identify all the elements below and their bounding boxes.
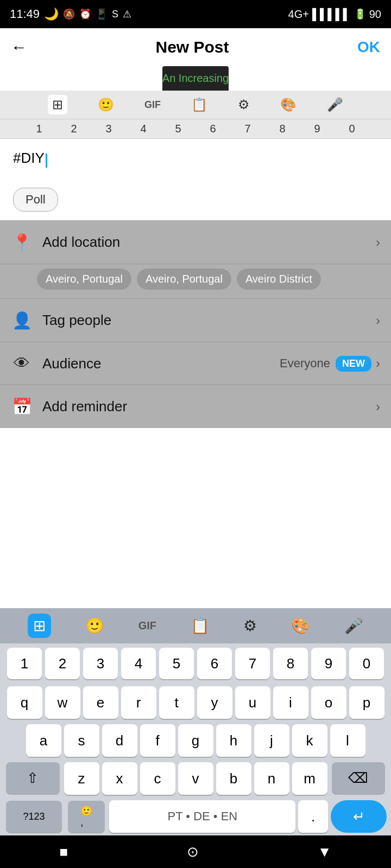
key-e[interactable]: e (83, 686, 118, 719)
key-6[interactable]: 6 (197, 648, 232, 679)
key-y[interactable]: y (197, 686, 232, 719)
tag-people-row[interactable]: 👤 Tag people › (0, 299, 391, 342)
key-d[interactable]: d (102, 724, 137, 757)
battery-icon: 🔋 (354, 8, 366, 20)
key-i[interactable]: i (273, 686, 308, 719)
mini-grid-icon[interactable]: ⊞ (48, 95, 67, 114)
nav-square-icon[interactable]: ■ (59, 844, 68, 860)
mini-gif-button[interactable]: GIF (144, 99, 161, 111)
mini-key-8[interactable]: 8 (279, 123, 285, 135)
period-key[interactable]: . (298, 800, 328, 833)
location-icon: 📍 (11, 233, 33, 252)
key-1[interactable]: 1 (7, 648, 42, 679)
key-9[interactable]: 9 (311, 648, 346, 679)
key-z[interactable]: z (64, 762, 99, 795)
audience-row[interactable]: 👁 Audience Everyone NEW › (0, 342, 391, 385)
add-location-row[interactable]: 📍 Add location › (0, 221, 391, 264)
image-preview: An Increasing (162, 66, 229, 91)
key-t[interactable]: t (159, 686, 194, 719)
key-k[interactable]: k (292, 724, 327, 757)
mini-palette-icon[interactable]: 🎨 (280, 97, 297, 112)
key-m[interactable]: m (292, 762, 327, 795)
key-n[interactable]: n (254, 762, 289, 795)
key-3[interactable]: 3 (83, 648, 118, 679)
kb-row-a: a s d f g h j k l (0, 722, 391, 760)
mini-key-7[interactable]: 7 (244, 123, 250, 135)
kb-gif-button[interactable]: GIF (138, 620, 156, 632)
alarm-icon: ⏰ (79, 8, 91, 20)
mini-key-9[interactable]: 9 (314, 123, 320, 135)
mini-settings-icon[interactable]: ⚙ (238, 97, 250, 112)
key-g[interactable]: g (178, 724, 213, 757)
mini-key-1[interactable]: 1 (36, 123, 42, 135)
delete-key[interactable]: ⌫ (332, 762, 386, 794)
nav-back-icon[interactable]: ▼ (318, 844, 332, 860)
key-2[interactable]: 2 (45, 648, 80, 679)
key-h[interactable]: h (216, 724, 251, 757)
emoji-comma-key[interactable]: 🙂, (68, 801, 105, 832)
ok-button[interactable]: OK (357, 39, 380, 56)
tag-people-icon: 👤 (11, 311, 33, 330)
key-u[interactable]: u (235, 686, 270, 719)
chip-aveiro-2[interactable]: Aveiro, Portugal (137, 269, 231, 290)
key-b[interactable]: b (216, 762, 251, 795)
key-a[interactable]: a (26, 724, 61, 757)
enter-key[interactable]: ↵ (331, 800, 387, 833)
key-s[interactable]: s (64, 724, 99, 757)
key-x[interactable]: x (102, 762, 137, 795)
spacebar[interactable]: PT • DE • EN (109, 800, 295, 833)
key-f[interactable]: f (140, 724, 175, 757)
switch-mode-key[interactable]: ?123 (6, 801, 62, 832)
poll-button[interactable]: Poll (13, 188, 58, 212)
key-c[interactable]: c (140, 762, 175, 795)
mini-key-6[interactable]: 6 (210, 123, 216, 135)
kb-clipboard-icon[interactable]: 📋 (191, 617, 210, 635)
add-reminder-row[interactable]: 📅 Add reminder › (0, 385, 391, 428)
caption-area[interactable]: #DIY (0, 139, 391, 182)
kb-row-q: q w e r t y u i o p (0, 684, 391, 722)
kb-grid-icon[interactable]: ⊞ (28, 614, 51, 638)
location-chevron-icon: › (376, 235, 380, 250)
audience-icon: 👁 (11, 354, 33, 373)
key-w[interactable]: w (45, 686, 80, 719)
keyboard: ⊞ 🙂 GIF 📋 ⚙ 🎨 🎤 1 2 3 4 5 6 7 8 9 0 q w … (0, 608, 391, 835)
mini-key-3[interactable]: 3 (105, 123, 111, 135)
key-7[interactable]: 7 (235, 648, 270, 679)
chip-aveiro-1[interactable]: Aveiro, Portugal (37, 269, 131, 290)
key-r[interactable]: r (121, 686, 156, 719)
kb-emoji-icon[interactable]: 🙂 (85, 617, 104, 635)
mini-key-4[interactable]: 4 (140, 123, 146, 135)
key-5[interactable]: 5 (159, 648, 194, 679)
key-p[interactable]: p (349, 686, 384, 719)
key-j[interactable]: j (254, 724, 289, 757)
mini-key-2[interactable]: 2 (71, 123, 77, 135)
battery-level: 90 (369, 8, 381, 21)
mini-emoji-icon[interactable]: 🙂 (98, 97, 114, 112)
key-o[interactable]: o (311, 686, 346, 719)
signal-icon: ▌▌▌▌▌ (312, 8, 351, 21)
back-button[interactable]: ← (11, 38, 27, 56)
shift-key[interactable]: ⇧ (6, 762, 60, 794)
kb-settings-icon[interactable]: ⚙ (243, 617, 257, 635)
mini-key-0[interactable]: 0 (349, 123, 355, 135)
mini-key-5[interactable]: 5 (175, 123, 181, 135)
skype-icon: S (112, 9, 118, 20)
status-bar: 11:49 🌙 🔕 ⏰ 📱 S ⚠ 4G+ ▌▌▌▌▌ 🔋 90 (0, 0, 391, 28)
preview-text: An Increasing (162, 72, 229, 85)
key-8[interactable]: 8 (273, 648, 308, 679)
kb-mic-icon[interactable]: 🎤 (344, 617, 363, 635)
key-v[interactable]: v (178, 762, 213, 795)
nav-home-icon[interactable]: ⊙ (187, 844, 199, 860)
key-l[interactable]: l (330, 724, 365, 757)
key-4[interactable]: 4 (121, 648, 156, 679)
kb-palette-icon[interactable]: 🎨 (291, 617, 310, 635)
mini-clipboard-icon[interactable]: 📋 (191, 97, 207, 112)
network-label: 4G+ (288, 8, 309, 21)
key-q[interactable]: q (7, 686, 42, 719)
warning-icon: ⚠ (123, 8, 131, 20)
poll-section: Poll (0, 182, 391, 220)
mini-mic-icon[interactable]: 🎤 (327, 97, 343, 112)
chip-aveiro-district[interactable]: Aveiro District (237, 269, 321, 290)
moon-icon: 🌙 (44, 7, 59, 21)
key-0[interactable]: 0 (349, 648, 384, 679)
